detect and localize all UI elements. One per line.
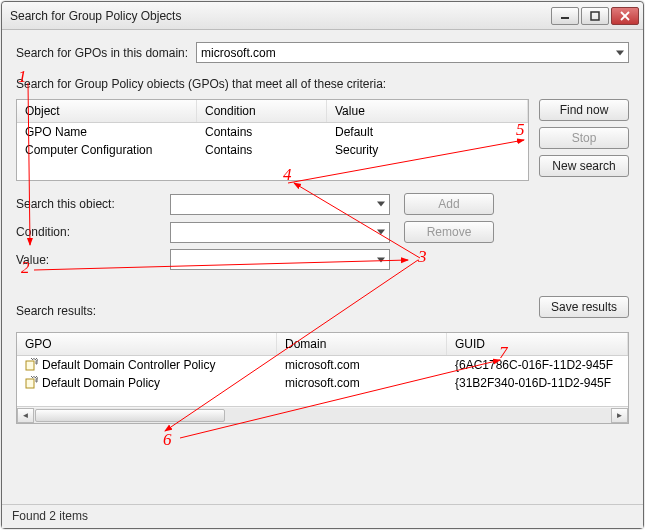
domain-label: Search for GPOs in this domain: xyxy=(16,46,188,60)
status-text: Found 2 items xyxy=(12,509,88,523)
titlebar[interactable]: Search for Group Policy Objects xyxy=(2,2,643,30)
criteria-header-object[interactable]: Object xyxy=(17,100,197,122)
criteria-rows: GPO Name Contains Default Computer Confi… xyxy=(17,123,528,159)
results-cell-guid: {31B2F340-016D-11D2-945F xyxy=(447,375,628,391)
minimize-button[interactable] xyxy=(551,7,579,25)
window-buttons xyxy=(551,7,639,25)
criteria-cell-condition: Contains xyxy=(197,142,327,158)
results-cell-gpo: Default Domain Policy xyxy=(17,375,277,391)
gpo-icon xyxy=(25,376,38,389)
maximize-button[interactable] xyxy=(581,7,609,25)
value-select[interactable] xyxy=(170,249,390,270)
results-header-guid[interactable]: GUID xyxy=(447,333,628,355)
condition-combo-wrap xyxy=(170,222,390,243)
window-body: Search for GPOs in this domain: Search f… xyxy=(2,30,643,504)
search-object-combo-wrap xyxy=(170,194,390,215)
svg-rect-1 xyxy=(591,12,599,20)
svg-rect-4 xyxy=(26,361,34,370)
domain-select[interactable] xyxy=(196,42,629,63)
scroll-thumb[interactable] xyxy=(35,409,225,422)
criteria-cell-object: Computer Configuration xyxy=(17,142,197,158)
results-cell-guid: {6AC1786C-016F-11D2-945F xyxy=(447,357,628,373)
stop-button[interactable]: Stop xyxy=(539,127,629,149)
criteria-cell-object: GPO Name xyxy=(17,124,197,140)
results-header-row: GPO Domain GUID xyxy=(17,333,628,356)
domain-combo-wrap xyxy=(196,42,629,63)
save-results-button[interactable]: Save results xyxy=(539,296,629,318)
criteria-cell-value: Security xyxy=(327,142,528,158)
search-object-label: Search this obiect: xyxy=(16,197,156,211)
scroll-right-icon[interactable]: ► xyxy=(611,408,628,423)
results-cell-domain: microsoft.com xyxy=(277,375,447,391)
results-header-gpo[interactable]: GPO xyxy=(17,333,277,355)
scroll-track[interactable] xyxy=(34,408,611,423)
scroll-left-icon[interactable]: ◄ xyxy=(17,408,34,423)
results-table: GPO Domain GUID Default Domain Controlle… xyxy=(16,332,629,424)
condition-label: Condition: xyxy=(16,225,156,239)
value-label: Value: xyxy=(16,253,156,267)
value-combo-wrap xyxy=(170,249,390,270)
results-label: Search results: xyxy=(16,304,96,318)
domain-row: Search for GPOs in this domain: xyxy=(16,42,629,63)
results-row[interactable]: Default Domain Controller Policy microso… xyxy=(17,356,628,374)
svg-rect-5 xyxy=(26,379,34,388)
criteria-row[interactable]: GPO Name Contains Default xyxy=(17,123,528,141)
remove-button[interactable]: Remove xyxy=(404,221,494,243)
criteria-table: Object Condition Value GPO Name Contains… xyxy=(16,99,529,181)
criteria-cell-condition: Contains xyxy=(197,124,327,140)
criteria-cell-value: Default xyxy=(327,124,528,140)
criteria-header-value[interactable]: Value xyxy=(327,100,528,122)
criteria-header-row: Object Condition Value xyxy=(17,100,528,123)
new-search-button[interactable]: New search xyxy=(539,155,629,177)
find-now-button[interactable]: Find now xyxy=(539,99,629,121)
status-bar: Found 2 items xyxy=(2,504,643,528)
search-object-select[interactable] xyxy=(170,194,390,215)
criteria-side-buttons: Find now Stop New search xyxy=(539,99,629,177)
add-button[interactable]: Add xyxy=(404,193,494,215)
criteria-header-condition[interactable]: Condition xyxy=(197,100,327,122)
criteria-label: Search for Group Policy obiects (GPOs) t… xyxy=(16,77,629,91)
results-cell-domain: microsoft.com xyxy=(277,357,447,373)
window: Search for Group Policy Objects Search f… xyxy=(1,1,644,529)
criteria-row[interactable]: Computer Configuration Contains Security xyxy=(17,141,528,159)
results-header: Search results: Save results xyxy=(16,296,629,318)
results-cell-gpo: Default Domain Controller Policy xyxy=(17,357,277,373)
gpo-icon xyxy=(25,358,38,371)
results-header-domain[interactable]: Domain xyxy=(277,333,447,355)
results-hscrollbar[interactable]: ◄ ► xyxy=(17,406,628,423)
window-title: Search for Group Policy Objects xyxy=(10,9,551,23)
results-row[interactable]: Default Domain Policy microsoft.com {31B… xyxy=(17,374,628,392)
criteria-form: Search this obiect: Add Condition: Remov… xyxy=(16,193,629,270)
close-button[interactable] xyxy=(611,7,639,25)
criteria-area: Object Condition Value GPO Name Contains… xyxy=(16,99,629,181)
condition-select[interactable] xyxy=(170,222,390,243)
